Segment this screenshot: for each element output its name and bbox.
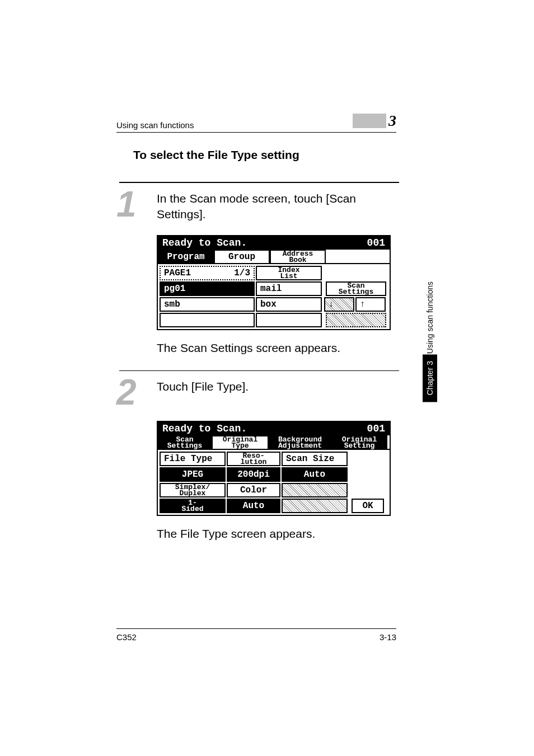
step-2: 2 Touch [File Type]. [116,377,402,409]
footer-left: C352 [116,632,137,642]
lcd2-title: Ready to Scan. [162,423,247,434]
lcd2-titlebar: Ready to Scan. 001 [158,422,390,435]
chapter-badge: 3 [339,112,396,130]
running-head-text: Using scan functions [116,120,194,130]
tab-original-type[interactable]: OriginalType [212,435,269,449]
list-item[interactable] [160,313,255,327]
step-1: 1 In the Scan mode screen, touch [Scan S… [116,189,402,223]
step-divider [119,370,399,371]
lcd1-titlebar: Ready to Scan. 001 [158,236,390,250]
tab-group[interactable]: Group [214,250,270,263]
step-result: The File Type screen appears. [157,527,402,541]
lcd-scan-settings: Ready to Scan. 001 ScanSettings Original… [157,421,391,516]
list-item[interactable]: box [256,297,322,312]
simplex-duplex-button[interactable]: 1-Sided [160,499,226,513]
simplex-duplex-label: Simplex/Duplex [160,483,226,497]
resolution-button[interactable]: 200dpi [227,467,280,482]
empty-slot [282,499,348,513]
file-type-label: File Type [160,452,226,466]
scan-size-button[interactable]: Auto [282,467,348,482]
list-item[interactable]: smb [160,297,255,312]
resolution-label: Reso-lution [227,452,280,466]
footer-right: 3-13 [380,632,396,642]
section-rule [119,182,399,183]
page-label: PAGE1 1/3 [160,266,255,280]
lcd1-counter: 001 [367,237,385,248]
step-number: 1 [116,189,157,221]
chapter-badge-bg [353,114,386,128]
list-item[interactable] [256,313,322,327]
step-instruction: In the Scan mode screen, touch [Scan Set… [157,189,392,223]
page-footer: C352 3-13 [116,628,396,642]
empty-slot [282,483,348,497]
lcd1-tabs: Program Group Address Book [158,250,390,263]
tab-program[interactable]: Program [158,250,214,263]
arrow-up-button[interactable]: ↑ [355,297,386,312]
chapter-side-tab: Chapter 3 [423,354,437,402]
lcd1-title: Ready to Scan. [162,237,247,248]
side-text: Using scan functions [425,281,434,354]
step-number: 2 [116,377,157,409]
step-result: The Scan Settings screen appears. [157,341,402,355]
tab-background-adjustment[interactable]: BackgroundAdjustment [269,435,331,449]
index-list-button[interactable]: Index List [256,266,322,280]
color-label: Color [227,483,280,497]
list-item[interactable]: pg01 [160,281,255,296]
scan-settings-button[interactable]: Scan Settings [326,281,386,296]
lcd2-counter: 001 [367,423,385,434]
lcd-scan-mode: Ready to Scan. 001 Program Group Address… [157,235,391,330]
tab-original-setting[interactable]: OriginalSetting [331,435,387,449]
chapter-number: 3 [388,112,396,130]
scan-size-label: Scan Size [282,452,348,466]
file-type-button[interactable]: JPEG [160,467,226,482]
list-item[interactable]: mail [256,281,322,296]
ok-button[interactable]: OK [352,499,384,513]
empty-slot [326,313,386,327]
tab-address-book[interactable]: Address Book [270,250,326,263]
tab-scan-settings[interactable]: ScanSettings [158,435,212,449]
running-head: Using scan functions 3 [116,112,396,133]
arrow-down-button[interactable]: ↓ [324,297,354,312]
lcd2-tabs: ScanSettings OriginalType BackgroundAdju… [158,435,390,449]
step-instruction: Touch [File Type]. [157,377,392,395]
color-button[interactable]: Auto [227,499,280,513]
section-title: To select the File Type setting [133,148,402,162]
side-rail: Chapter 3 Using scan functions [421,228,439,402]
